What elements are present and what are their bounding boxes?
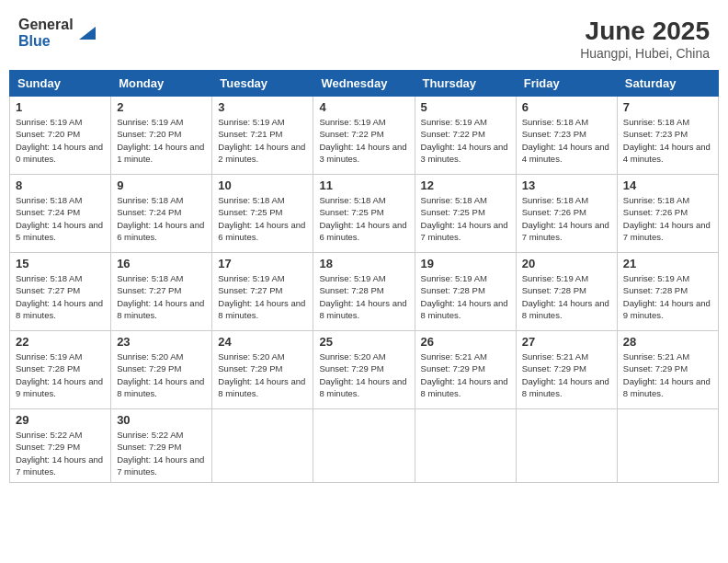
calendar-day: 14Sunrise: 5:18 AMSunset: 7:26 PMDayligh… — [617, 175, 718, 253]
calendar-day: 29Sunrise: 5:22 AMSunset: 7:29 PMDayligh… — [10, 409, 111, 483]
calendar-day: 16Sunrise: 5:18 AMSunset: 7:27 PMDayligh… — [111, 253, 212, 331]
calendar-day — [212, 409, 313, 483]
calendar-day: 23Sunrise: 5:20 AMSunset: 7:29 PMDayligh… — [111, 331, 212, 409]
calendar-day: 18Sunrise: 5:19 AMSunset: 7:28 PMDayligh… — [313, 253, 415, 331]
location-title: Huangpi, Hubei, China — [580, 46, 710, 61]
calendar-day: 24Sunrise: 5:20 AMSunset: 7:29 PMDayligh… — [212, 331, 313, 409]
calendar-day: 5Sunrise: 5:19 AMSunset: 7:22 PMDaylight… — [415, 97, 516, 175]
weekday-header: Wednesday — [313, 71, 415, 97]
weekday-header: Sunday — [10, 71, 111, 97]
title-area: June 2025 Huangpi, Hubei, China — [580, 17, 710, 61]
weekday-header-row: SundayMondayTuesdayWednesdayThursdayFrid… — [10, 71, 719, 97]
calendar-day: 28Sunrise: 5:21 AMSunset: 7:29 PMDayligh… — [617, 331, 718, 409]
calendar-day: 11Sunrise: 5:18 AMSunset: 7:25 PMDayligh… — [313, 175, 415, 253]
calendar-week-row: 15Sunrise: 5:18 AMSunset: 7:27 PMDayligh… — [10, 253, 719, 331]
logo-blue: Blue — [18, 33, 74, 50]
logo: General Blue — [18, 17, 96, 49]
calendar-week-row: 29Sunrise: 5:22 AMSunset: 7:29 PMDayligh… — [10, 409, 719, 483]
calendar-day: 21Sunrise: 5:19 AMSunset: 7:28 PMDayligh… — [617, 253, 718, 331]
header: General Blue June 2025 Huangpi, Hubei, C… — [9, 9, 719, 66]
calendar-day: 1Sunrise: 5:19 AMSunset: 7:20 PMDaylight… — [10, 97, 111, 175]
calendar-week-row: 1Sunrise: 5:19 AMSunset: 7:20 PMDaylight… — [10, 97, 719, 175]
calendar-day — [617, 409, 718, 483]
weekday-header: Saturday — [617, 71, 718, 97]
calendar-day: 6Sunrise: 5:18 AMSunset: 7:23 PMDaylight… — [516, 97, 617, 175]
weekday-header: Monday — [111, 71, 212, 97]
calendar-day: 4Sunrise: 5:19 AMSunset: 7:22 PMDaylight… — [313, 97, 415, 175]
calendar-day: 15Sunrise: 5:18 AMSunset: 7:27 PMDayligh… — [10, 253, 111, 331]
weekday-header: Thursday — [415, 71, 516, 97]
calendar-day — [313, 409, 415, 483]
calendar-day: 9Sunrise: 5:18 AMSunset: 7:24 PMDaylight… — [111, 175, 212, 253]
calendar-day: 17Sunrise: 5:19 AMSunset: 7:27 PMDayligh… — [212, 253, 313, 331]
calendar-day: 25Sunrise: 5:20 AMSunset: 7:29 PMDayligh… — [313, 331, 415, 409]
logo-general: General — [18, 17, 74, 33]
calendar-day: 13Sunrise: 5:18 AMSunset: 7:26 PMDayligh… — [516, 175, 617, 253]
calendar-day: 12Sunrise: 5:18 AMSunset: 7:25 PMDayligh… — [415, 175, 516, 253]
calendar-day — [516, 409, 617, 483]
calendar-day: 26Sunrise: 5:21 AMSunset: 7:29 PMDayligh… — [415, 331, 516, 409]
svg-marker-0 — [79, 27, 96, 40]
calendar-day — [415, 409, 516, 483]
calendar-day: 19Sunrise: 5:19 AMSunset: 7:28 PMDayligh… — [415, 253, 516, 331]
calendar-day: 7Sunrise: 5:18 AMSunset: 7:23 PMDaylight… — [617, 97, 718, 175]
calendar-day: 3Sunrise: 5:19 AMSunset: 7:21 PMDaylight… — [212, 97, 313, 175]
logo-triangle-icon — [75, 23, 96, 43]
calendar-week-row: 8Sunrise: 5:18 AMSunset: 7:24 PMDaylight… — [10, 175, 719, 253]
calendar-day: 10Sunrise: 5:18 AMSunset: 7:25 PMDayligh… — [212, 175, 313, 253]
calendar-table: SundayMondayTuesdayWednesdayThursdayFrid… — [9, 70, 719, 483]
weekday-header: Friday — [516, 71, 617, 97]
calendar-day: 2Sunrise: 5:19 AMSunset: 7:20 PMDaylight… — [111, 97, 212, 175]
month-title: June 2025 — [580, 17, 710, 46]
calendar-day: 22Sunrise: 5:19 AMSunset: 7:28 PMDayligh… — [10, 331, 111, 409]
weekday-header: Tuesday — [212, 71, 313, 97]
calendar-day: 8Sunrise: 5:18 AMSunset: 7:24 PMDaylight… — [10, 175, 111, 253]
calendar-day: 30Sunrise: 5:22 AMSunset: 7:29 PMDayligh… — [111, 409, 212, 483]
calendar-day: 27Sunrise: 5:21 AMSunset: 7:29 PMDayligh… — [516, 331, 617, 409]
logo-combined: General Blue — [18, 17, 96, 49]
calendar-day: 20Sunrise: 5:19 AMSunset: 7:28 PMDayligh… — [516, 253, 617, 331]
calendar-week-row: 22Sunrise: 5:19 AMSunset: 7:28 PMDayligh… — [10, 331, 719, 409]
